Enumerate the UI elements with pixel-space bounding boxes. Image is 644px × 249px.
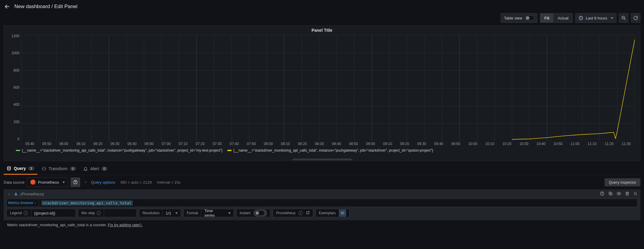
y-tick: 400 bbox=[13, 102, 19, 107]
svg-point-53 bbox=[634, 192, 635, 193]
query-row-header: A (Prometheus) bbox=[4, 189, 640, 199]
svg-point-52 bbox=[618, 193, 619, 194]
refresh-button[interactable] bbox=[631, 13, 640, 23]
resolution-select[interactable]: 1/1 bbox=[162, 209, 181, 217]
x-tick: 06:30 bbox=[106, 142, 124, 148]
info-icon[interactable]: i bbox=[299, 211, 303, 215]
svg-point-58 bbox=[636, 194, 636, 195]
data-source-picker[interactable]: Prometheus bbox=[27, 177, 68, 187]
data-source-label: Data source bbox=[4, 180, 25, 185]
x-tick: 09:00 bbox=[362, 142, 379, 148]
y-axis: 120010008006004002000 bbox=[6, 34, 21, 141]
x-tick: 07:00 bbox=[158, 142, 175, 148]
chevron-down-icon bbox=[63, 182, 65, 183]
query-inspector-button[interactable]: Query inspector bbox=[605, 178, 640, 186]
tab-transform[interactable]: Transform 0 bbox=[39, 163, 79, 175]
legend-label: {__name__="stackdriver_monitoring_api_ca… bbox=[233, 148, 433, 153]
x-tick: 06:40 bbox=[124, 142, 141, 148]
drag-handle-icon[interactable] bbox=[633, 191, 637, 197]
x-tick: 11:20 bbox=[601, 142, 618, 148]
instant-switch[interactable] bbox=[255, 210, 265, 216]
collapse-chevron[interactable] bbox=[7, 192, 11, 197]
x-tick: 06:20 bbox=[89, 142, 106, 148]
tab-query-count: 1 bbox=[28, 166, 34, 170]
x-tick: 08:20 bbox=[294, 142, 311, 148]
query-options-chevron[interactable] bbox=[83, 177, 89, 187]
fill-button[interactable]: Fill bbox=[540, 13, 554, 22]
tab-query[interactable]: Query 1 bbox=[4, 163, 37, 175]
exemplars-eye-button[interactable] bbox=[339, 209, 346, 217]
tab-transform-label: Transform bbox=[49, 166, 68, 171]
info-icon[interactable]: i bbox=[24, 211, 28, 215]
back-arrow-button[interactable] bbox=[4, 3, 11, 10]
top-bar: New dashboard / Edit Panel bbox=[0, 0, 644, 13]
y-tick: 0 bbox=[17, 137, 19, 141]
legend-input[interactable] bbox=[34, 211, 72, 215]
x-tick: 10:30 bbox=[515, 142, 532, 148]
delete-query-icon[interactable] bbox=[625, 191, 630, 197]
legend-item[interactable]: {__name__="stackdriver_monitoring_api_ca… bbox=[227, 148, 433, 153]
query-options-link[interactable]: Query options bbox=[91, 180, 115, 185]
tab-alert-label: Alert bbox=[90, 166, 99, 171]
x-tick: 09:20 bbox=[396, 142, 413, 148]
svg-point-59 bbox=[342, 212, 343, 214]
query-subtype: (Prometheus) bbox=[20, 192, 44, 196]
chart-legend: {__name__="stackdriver_monitoring_api_ca… bbox=[4, 148, 640, 154]
info-icon[interactable]: i bbox=[97, 211, 101, 215]
y-tick: 1000 bbox=[11, 51, 19, 55]
x-tick: 06:10 bbox=[72, 142, 89, 148]
min-step-input[interactable] bbox=[107, 211, 133, 215]
x-tick: 05:40 bbox=[21, 142, 38, 148]
legend-item[interactable]: {__name__="stackdriver_monitoring_api_ca… bbox=[16, 148, 223, 153]
x-tick: 07:30 bbox=[209, 142, 226, 148]
x-tick: 09:50 bbox=[447, 142, 464, 148]
x-tick: 08:40 bbox=[328, 142, 345, 148]
x-tick: 06:00 bbox=[55, 142, 72, 148]
fill-actual-toggle: Fill Actual bbox=[540, 13, 573, 23]
query-header-bar: Data source Prometheus Query options MD … bbox=[0, 175, 644, 189]
metrics-browser-button[interactable]: Metrics browser › bbox=[7, 199, 39, 207]
time-range-picker[interactable]: Last 6 hours bbox=[575, 13, 616, 23]
svg-point-49 bbox=[602, 194, 602, 195]
y-tick: 200 bbox=[13, 120, 19, 124]
external-link-icon[interactable] bbox=[306, 211, 310, 216]
x-tick: 08:00 bbox=[260, 142, 277, 148]
bottom-tabs: Query 1 Transform 0 Alert 0 bbox=[4, 163, 640, 175]
resolution-label: Resolution bbox=[139, 209, 162, 217]
x-tick: 11:30 bbox=[618, 142, 635, 148]
x-tick: 10:40 bbox=[532, 142, 549, 148]
x-tick: 09:10 bbox=[379, 142, 396, 148]
duplicate-query-icon[interactable] bbox=[608, 191, 613, 197]
toggle-visibility-icon[interactable] bbox=[616, 191, 621, 197]
time-range-label: Last 6 hours bbox=[586, 16, 607, 20]
chevron-down-icon bbox=[175, 212, 178, 214]
data-source-help-button[interactable] bbox=[71, 177, 80, 187]
hint-fix-link[interactable]: Fix by adding rate(). bbox=[108, 223, 143, 227]
x-tick: 10:10 bbox=[481, 142, 498, 148]
table-view-switch[interactable] bbox=[525, 16, 534, 20]
svg-point-45 bbox=[7, 167, 11, 168]
x-axis: 05:4005:5006:0006:1006:2006:3006:4006:50… bbox=[21, 142, 635, 148]
table-view-label: Table view bbox=[504, 16, 522, 20]
x-tick: 10:50 bbox=[549, 142, 567, 148]
query-help-icon[interactable] bbox=[600, 191, 605, 197]
hint-text: Metric stackdriver_monitoring_api_calls_… bbox=[7, 223, 108, 227]
format-select[interactable]: Time series bbox=[201, 209, 234, 217]
interval-info: Interval = 15s bbox=[157, 180, 180, 185]
x-tick: 10:00 bbox=[464, 142, 481, 148]
svg-point-47 bbox=[75, 183, 76, 183]
actual-button[interactable]: Actual bbox=[553, 13, 573, 22]
legend-scroll-handle[interactable] bbox=[292, 159, 352, 160]
query-letter[interactable]: A bbox=[14, 192, 17, 197]
table-view-toggle-group: Table view bbox=[501, 13, 538, 23]
zoom-out-button[interactable] bbox=[619, 13, 628, 23]
legend-swatch bbox=[227, 150, 232, 151]
promql-input[interactable]: stackdriver_monitoring_api_calls_total bbox=[39, 199, 637, 207]
counter-hint: Metric stackdriver_monitoring_api_calls_… bbox=[4, 221, 640, 231]
legend-label: {__name__="stackdriver_monitoring_api_ca… bbox=[22, 148, 223, 153]
tab-alert[interactable]: Alert 0 bbox=[80, 163, 110, 175]
y-tick: 1200 bbox=[11, 34, 19, 38]
data-source-name: Prometheus bbox=[38, 180, 59, 185]
chart[interactable]: 120010008006004002000 05:4005:5006:0006:… bbox=[6, 34, 638, 148]
x-tick: 08:50 bbox=[345, 142, 362, 148]
